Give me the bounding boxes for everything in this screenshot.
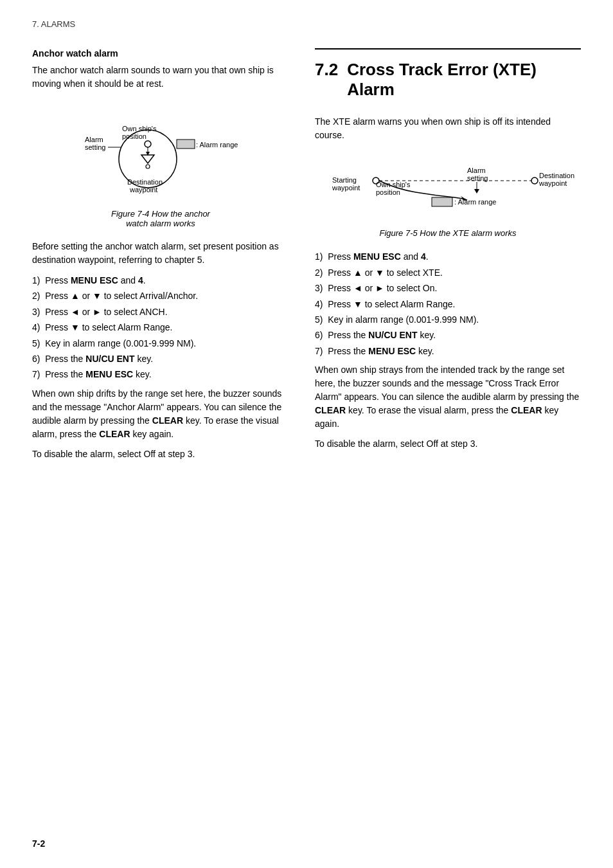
anchor-step-2: 2) Press ▲ or ▼ to select Arrival/Anchor…	[32, 289, 289, 303]
anchor-step-6: 6) Press the NU/CU ENT key.	[32, 352, 289, 366]
svg-text:Own ship's: Own ship's	[122, 125, 157, 132]
anchor-intro: The anchor watch alarm sounds to warn yo…	[32, 64, 289, 91]
xte-after-text1: When own ship strays from the intended t…	[315, 363, 581, 431]
xte-step-7: 7) Press the MENU ESC key.	[315, 344, 581, 358]
svg-text:position: position	[122, 132, 147, 140]
section-number: 7.2	[315, 60, 338, 80]
svg-text:setting: setting	[85, 143, 105, 151]
svg-text:Alarm: Alarm	[85, 136, 103, 143]
xte-step-1: 1) Press MENU ESC and 4.	[315, 249, 581, 264]
svg-point-9	[146, 165, 150, 168]
xte-diagram: Starting waypoint Destination waypoint	[332, 154, 564, 224]
xte-step-2: 2) Press ▲ or ▼ to select XTE.	[315, 266, 581, 280]
section-title: Cross Track Error (XTE) Alarm	[347, 60, 581, 100]
right-column: 7.2 Cross Track Error (XTE) Alarm The XT…	[315, 48, 581, 467]
xte-step-4: 4) Press ▼ to select Alarm Range.	[315, 297, 581, 311]
figure4-container: Alarm setting Own ship's position	[32, 102, 289, 228]
figure5-container: Starting waypoint Destination waypoint	[315, 154, 581, 238]
anchor-diagram: Alarm setting Own ship's position	[84, 102, 238, 205]
left-column: Anchor watch alarm The anchor watch alar…	[32, 48, 289, 467]
anchor-step-5: 5) Key in alarm range (0.001-9.999 NM).	[32, 336, 289, 350]
anchor-step-4: 4) Press ▼ to select Alarm Range.	[32, 320, 289, 334]
svg-text:setting: setting	[467, 174, 488, 182]
xte-step-6: 6) Press the NU/CU ENT key.	[315, 328, 581, 342]
anchor-after-text2: To disable the alarm, select Off at step…	[32, 448, 289, 461]
svg-text:Starting: Starting	[332, 176, 357, 184]
svg-rect-12	[177, 140, 195, 149]
svg-point-18	[531, 177, 538, 184]
anchor-before-text: Before setting the anchor watch alarm, s…	[32, 240, 289, 267]
anchor-step-3: 3) Press ◄ or ► to select ANCH.	[32, 305, 289, 319]
anchor-step-7: 7) Press the MENU ESC key.	[32, 367, 289, 381]
xte-after-text2: To disable the alarm, select Off at step…	[315, 437, 581, 451]
anchor-section-title: Anchor watch alarm	[32, 48, 289, 59]
svg-text:: Alarm range: : Alarm range	[196, 141, 238, 149]
xte-intro: The XTE alarm warns you when own ship is…	[315, 115, 581, 142]
svg-text:waypoint: waypoint	[129, 186, 157, 194]
svg-marker-8	[141, 155, 154, 163]
anchor-steps-list: 1) Press MENU ESC and 4. 2) Press ▲ or ▼…	[32, 273, 289, 382]
svg-rect-28	[432, 197, 452, 206]
xte-step-5: 5) Key in alarm range (0.001-9.999 NM).	[315, 312, 581, 327]
figure4-caption: Figure 7-4 How the anchor watch alarm wo…	[111, 209, 210, 228]
anchor-after-text1: When own ship drifts by the range set he…	[32, 387, 289, 441]
svg-marker-27	[474, 189, 479, 194]
anchor-step-1: 1) Press MENU ESC and 4.	[32, 273, 289, 287]
svg-text:Destination: Destination	[539, 172, 574, 179]
svg-text:position: position	[376, 188, 400, 196]
section-divider	[315, 48, 581, 50]
svg-text:waypoint: waypoint	[332, 184, 360, 192]
svg-point-6	[145, 141, 151, 147]
figure5-caption: Figure 7-5 How the XTE alarm works	[379, 228, 516, 238]
svg-text:Destination: Destination	[127, 178, 163, 186]
xte-step-3: 3) Press ◄ or ► to select On.	[315, 281, 581, 295]
svg-text:: Alarm range: : Alarm range	[454, 198, 496, 206]
svg-text:waypoint: waypoint	[538, 179, 567, 187]
svg-text:Alarm: Alarm	[467, 167, 486, 174]
chapter-header: 7. ALARMS	[32, 19, 581, 29]
page-number: 7-2	[32, 838, 45, 849]
xte-steps-list: 1) Press MENU ESC and 4. 2) Press ▲ or ▼…	[315, 249, 581, 358]
